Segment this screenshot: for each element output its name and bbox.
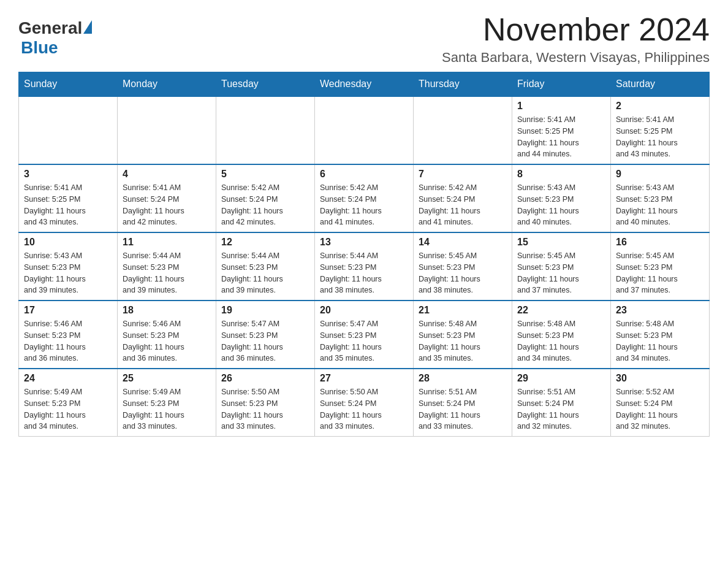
day-number: 12 — [221, 237, 309, 248]
day-info: Sunrise: 5:44 AM Sunset: 5:23 PM Dayligh… — [221, 250, 309, 296]
day-number: 28 — [419, 373, 507, 384]
day-info: Sunrise: 5:50 AM Sunset: 5:24 PM Dayligh… — [320, 386, 408, 432]
calendar-cell: 6Sunrise: 5:42 AM Sunset: 5:24 PM Daylig… — [315, 164, 414, 232]
logo-text-block: General Blue — [18, 18, 92, 58]
calendar-cell: 11Sunrise: 5:44 AM Sunset: 5:23 PM Dayli… — [118, 232, 216, 301]
day-number: 24 — [24, 373, 112, 384]
day-info: Sunrise: 5:45 AM Sunset: 5:23 PM Dayligh… — [419, 250, 507, 296]
day-info: Sunrise: 5:46 AM Sunset: 5:23 PM Dayligh… — [24, 318, 112, 364]
calendar-week-row: 24Sunrise: 5:49 AM Sunset: 5:23 PM Dayli… — [19, 369, 710, 437]
calendar-cell: 3Sunrise: 5:41 AM Sunset: 5:25 PM Daylig… — [19, 164, 118, 232]
calendar-cell — [315, 96, 414, 164]
day-info: Sunrise: 5:42 AM Sunset: 5:24 PM Dayligh… — [221, 182, 309, 228]
calendar-header-saturday: Saturday — [611, 72, 710, 97]
day-number: 30 — [616, 373, 704, 384]
day-number: 4 — [123, 169, 211, 180]
calendar-table: SundayMondayTuesdayWednesdayThursdayFrid… — [18, 72, 710, 437]
calendar-cell: 28Sunrise: 5:51 AM Sunset: 5:24 PM Dayli… — [414, 369, 512, 437]
calendar-cell: 29Sunrise: 5:51 AM Sunset: 5:24 PM Dayli… — [512, 369, 611, 437]
calendar-cell: 25Sunrise: 5:49 AM Sunset: 5:23 PM Dayli… — [118, 369, 216, 437]
calendar-header-tuesday: Tuesday — [216, 72, 315, 97]
day-info: Sunrise: 5:51 AM Sunset: 5:24 PM Dayligh… — [419, 386, 507, 432]
day-info: Sunrise: 5:48 AM Sunset: 5:23 PM Dayligh… — [517, 318, 605, 364]
day-info: Sunrise: 5:44 AM Sunset: 5:23 PM Dayligh… — [123, 250, 211, 296]
day-info: Sunrise: 5:48 AM Sunset: 5:23 PM Dayligh… — [419, 318, 507, 364]
day-info: Sunrise: 5:52 AM Sunset: 5:24 PM Dayligh… — [616, 386, 704, 432]
calendar-week-row: 10Sunrise: 5:43 AM Sunset: 5:23 PM Dayli… — [19, 232, 710, 301]
day-number: 14 — [419, 237, 507, 248]
day-number: 21 — [419, 305, 507, 316]
day-number: 18 — [123, 305, 211, 316]
title-block: November 2024 Santa Barbara, Western Vis… — [442, 12, 710, 66]
calendar-cell — [19, 96, 118, 164]
day-number: 27 — [320, 373, 408, 384]
calendar-cell: 16Sunrise: 5:45 AM Sunset: 5:23 PM Dayli… — [611, 232, 710, 301]
day-number: 1 — [517, 101, 605, 112]
calendar-cell: 23Sunrise: 5:48 AM Sunset: 5:23 PM Dayli… — [611, 301, 710, 369]
day-info: Sunrise: 5:45 AM Sunset: 5:23 PM Dayligh… — [517, 250, 605, 296]
logo-general-text: General — [18, 18, 82, 38]
calendar-cell: 30Sunrise: 5:52 AM Sunset: 5:24 PM Dayli… — [611, 369, 710, 437]
day-number: 5 — [221, 169, 309, 180]
day-info: Sunrise: 5:48 AM Sunset: 5:23 PM Dayligh… — [616, 318, 704, 364]
calendar-cell: 22Sunrise: 5:48 AM Sunset: 5:23 PM Dayli… — [512, 301, 611, 369]
calendar-cell: 8Sunrise: 5:43 AM Sunset: 5:23 PM Daylig… — [512, 164, 611, 232]
calendar-header-row: SundayMondayTuesdayWednesdayThursdayFrid… — [19, 72, 710, 97]
page-header: General Blue November 2024 Santa Barbara… — [18, 12, 710, 66]
calendar-cell: 24Sunrise: 5:49 AM Sunset: 5:23 PM Dayli… — [19, 369, 118, 437]
day-info: Sunrise: 5:46 AM Sunset: 5:23 PM Dayligh… — [123, 318, 211, 364]
day-number: 17 — [24, 305, 112, 316]
day-info: Sunrise: 5:42 AM Sunset: 5:24 PM Dayligh… — [320, 182, 408, 228]
day-number: 19 — [221, 305, 309, 316]
day-number: 29 — [517, 373, 605, 384]
calendar-cell: 5Sunrise: 5:42 AM Sunset: 5:24 PM Daylig… — [216, 164, 315, 232]
day-info: Sunrise: 5:49 AM Sunset: 5:23 PM Dayligh… — [24, 386, 112, 432]
logo-blue-text: Blue — [21, 38, 92, 58]
calendar-cell: 7Sunrise: 5:42 AM Sunset: 5:24 PM Daylig… — [414, 164, 512, 232]
calendar-cell — [414, 96, 512, 164]
calendar-cell: 19Sunrise: 5:47 AM Sunset: 5:23 PM Dayli… — [216, 301, 315, 369]
calendar-cell: 15Sunrise: 5:45 AM Sunset: 5:23 PM Dayli… — [512, 232, 611, 301]
day-number: 8 — [517, 169, 605, 180]
day-info: Sunrise: 5:47 AM Sunset: 5:23 PM Dayligh… — [221, 318, 309, 364]
calendar-cell: 17Sunrise: 5:46 AM Sunset: 5:23 PM Dayli… — [19, 301, 118, 369]
day-number: 10 — [24, 237, 112, 248]
calendar-cell: 26Sunrise: 5:50 AM Sunset: 5:23 PM Dayli… — [216, 369, 315, 437]
calendar-cell: 14Sunrise: 5:45 AM Sunset: 5:23 PM Dayli… — [414, 232, 512, 301]
calendar-header-friday: Friday — [512, 72, 611, 97]
calendar-cell: 20Sunrise: 5:47 AM Sunset: 5:23 PM Dayli… — [315, 301, 414, 369]
day-number: 23 — [616, 305, 704, 316]
logo: General Blue — [18, 18, 92, 58]
day-info: Sunrise: 5:43 AM Sunset: 5:23 PM Dayligh… — [616, 182, 704, 228]
day-number: 22 — [517, 305, 605, 316]
calendar-header-wednesday: Wednesday — [315, 72, 414, 97]
logo-top-row: General — [18, 18, 92, 38]
calendar-cell: 9Sunrise: 5:43 AM Sunset: 5:23 PM Daylig… — [611, 164, 710, 232]
calendar-cell — [216, 96, 315, 164]
calendar-header-monday: Monday — [118, 72, 216, 97]
calendar-cell: 2Sunrise: 5:41 AM Sunset: 5:25 PM Daylig… — [611, 96, 710, 164]
day-number: 26 — [221, 373, 309, 384]
page-title: November 2024 — [442, 12, 710, 47]
calendar-cell: 18Sunrise: 5:46 AM Sunset: 5:23 PM Dayli… — [118, 301, 216, 369]
day-number: 6 — [320, 169, 408, 180]
page-subtitle: Santa Barbara, Western Visayas, Philippi… — [442, 50, 710, 66]
calendar-cell: 1Sunrise: 5:41 AM Sunset: 5:25 PM Daylig… — [512, 96, 611, 164]
day-info: Sunrise: 5:45 AM Sunset: 5:23 PM Dayligh… — [616, 250, 704, 296]
calendar-week-row: 1Sunrise: 5:41 AM Sunset: 5:25 PM Daylig… — [19, 96, 710, 164]
day-info: Sunrise: 5:50 AM Sunset: 5:23 PM Dayligh… — [221, 386, 309, 432]
day-info: Sunrise: 5:41 AM Sunset: 5:25 PM Dayligh… — [24, 182, 112, 228]
calendar-cell: 27Sunrise: 5:50 AM Sunset: 5:24 PM Dayli… — [315, 369, 414, 437]
day-info: Sunrise: 5:41 AM Sunset: 5:25 PM Dayligh… — [517, 114, 605, 160]
day-info: Sunrise: 5:41 AM Sunset: 5:24 PM Dayligh… — [123, 182, 211, 228]
day-number: 9 — [616, 169, 704, 180]
day-info: Sunrise: 5:43 AM Sunset: 5:23 PM Dayligh… — [24, 250, 112, 296]
calendar-cell: 4Sunrise: 5:41 AM Sunset: 5:24 PM Daylig… — [118, 164, 216, 232]
day-info: Sunrise: 5:43 AM Sunset: 5:23 PM Dayligh… — [517, 182, 605, 228]
day-number: 2 — [616, 101, 704, 112]
day-info: Sunrise: 5:49 AM Sunset: 5:23 PM Dayligh… — [123, 386, 211, 432]
calendar-week-row: 3Sunrise: 5:41 AM Sunset: 5:25 PM Daylig… — [19, 164, 710, 232]
day-info: Sunrise: 5:47 AM Sunset: 5:23 PM Dayligh… — [320, 318, 408, 364]
calendar-header-thursday: Thursday — [414, 72, 512, 97]
calendar-cell: 10Sunrise: 5:43 AM Sunset: 5:23 PM Dayli… — [19, 232, 118, 301]
